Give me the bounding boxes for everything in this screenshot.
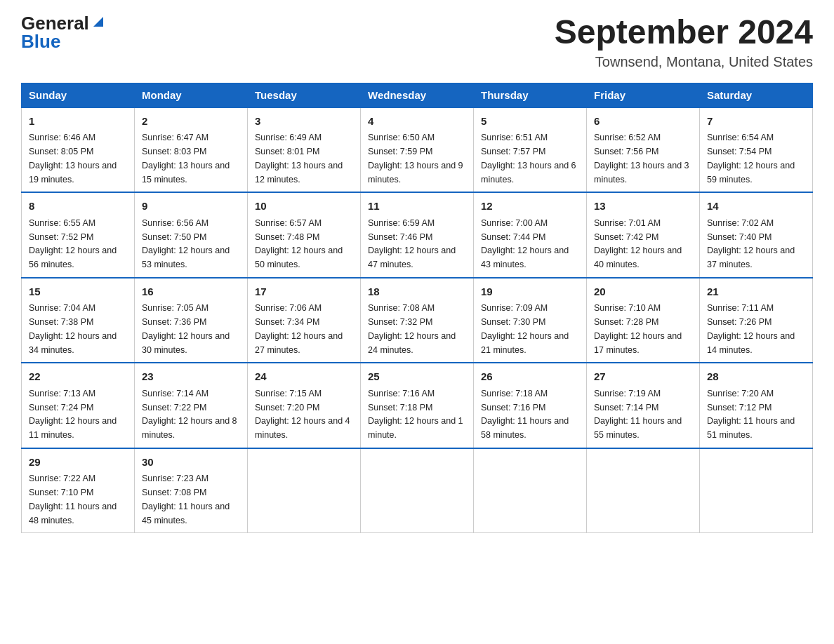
sunset-info: Sunset: 7:50 PM: [142, 232, 206, 242]
day-number: 19: [481, 284, 579, 300]
daylight-info: Daylight: 12 hours and 30 minutes.: [142, 331, 230, 355]
table-row: [361, 448, 474, 533]
sunrise-info: Sunrise: 7:04 AM: [29, 303, 95, 313]
sunrise-info: Sunrise: 7:00 AM: [481, 218, 548, 228]
logo-general-text: General: [21, 14, 89, 32]
table-row: 5 Sunrise: 6:51 AM Sunset: 7:57 PM Dayli…: [474, 107, 587, 193]
day-number: 5: [481, 114, 579, 130]
sunset-info: Sunset: 7:18 PM: [368, 403, 432, 412]
table-row: 10 Sunrise: 6:57 AM Sunset: 7:48 PM Dayl…: [248, 192, 361, 278]
logo-triangle-icon: [91, 14, 106, 29]
day-number: 1: [29, 114, 127, 130]
daylight-info: Daylight: 12 hours and 34 minutes.: [29, 331, 117, 355]
sunrise-info: Sunrise: 6:55 AM: [29, 218, 95, 228]
day-number: 17: [255, 284, 353, 300]
sunset-info: Sunset: 7:16 PM: [481, 403, 545, 412]
sunrise-info: Sunrise: 7:15 AM: [255, 389, 322, 398]
sunrise-info: Sunrise: 6:46 AM: [29, 133, 95, 142]
sunrise-info: Sunrise: 6:54 AM: [707, 133, 774, 142]
sunset-info: Sunset: 7:20 PM: [255, 403, 319, 412]
table-row: 11 Sunrise: 6:59 AM Sunset: 7:46 PM Dayl…: [361, 192, 474, 278]
day-number: 26: [481, 369, 579, 385]
table-row: 6 Sunrise: 6:52 AM Sunset: 7:56 PM Dayli…: [587, 107, 700, 193]
table-row: 15 Sunrise: 7:04 AM Sunset: 7:38 PM Dayl…: [22, 278, 135, 363]
table-row: 14 Sunrise: 7:02 AM Sunset: 7:40 PM Dayl…: [700, 192, 813, 278]
table-row: 23 Sunrise: 7:14 AM Sunset: 7:22 PM Dayl…: [135, 363, 248, 448]
day-number: 27: [594, 369, 692, 385]
daylight-info: Daylight: 12 hours and 37 minutes.: [707, 246, 795, 269]
daylight-info: Daylight: 12 hours and 8 minutes.: [142, 416, 237, 440]
sunrise-info: Sunrise: 6:51 AM: [481, 133, 548, 142]
sunrise-info: Sunrise: 7:01 AM: [594, 218, 661, 228]
day-number: 25: [368, 369, 466, 385]
sunset-info: Sunset: 7:48 PM: [255, 232, 319, 242]
daylight-info: Daylight: 12 hours and 27 minutes.: [255, 331, 343, 355]
daylight-info: Daylight: 12 hours and 53 minutes.: [142, 246, 230, 269]
sunset-info: Sunset: 7:28 PM: [594, 317, 658, 327]
sunset-info: Sunset: 7:42 PM: [594, 232, 658, 242]
daylight-info: Daylight: 11 hours and 51 minutes.: [707, 416, 795, 440]
day-number: 21: [707, 284, 805, 300]
day-number: 15: [29, 284, 127, 300]
daylight-info: Daylight: 11 hours and 48 minutes.: [29, 502, 117, 525]
daylight-info: Daylight: 12 hours and 17 minutes.: [594, 331, 682, 355]
daylight-info: Daylight: 12 hours and 43 minutes.: [481, 246, 569, 269]
sunset-info: Sunset: 7:26 PM: [707, 317, 772, 327]
day-number: 12: [481, 199, 579, 215]
daylight-info: Daylight: 12 hours and 56 minutes.: [29, 246, 117, 269]
sunrise-info: Sunrise: 7:08 AM: [368, 303, 435, 313]
sunrise-info: Sunrise: 7:14 AM: [142, 389, 208, 398]
table-row: 18 Sunrise: 7:08 AM Sunset: 7:32 PM Dayl…: [361, 278, 474, 363]
sunrise-info: Sunrise: 6:50 AM: [368, 133, 435, 142]
sunset-info: Sunset: 7:46 PM: [368, 232, 432, 242]
sunrise-info: Sunrise: 7:13 AM: [29, 389, 95, 398]
daylight-info: Daylight: 13 hours and 12 minutes.: [255, 161, 343, 185]
day-number: 6: [594, 114, 692, 130]
sunrise-info: Sunrise: 7:02 AM: [707, 218, 774, 228]
daylight-info: Daylight: 13 hours and 9 minutes.: [368, 161, 463, 185]
table-row: 20 Sunrise: 7:10 AM Sunset: 7:28 PM Dayl…: [587, 278, 700, 363]
table-row: 1 Sunrise: 6:46 AM Sunset: 8:05 PM Dayli…: [22, 107, 135, 193]
day-number: 10: [255, 199, 353, 215]
table-row: 13 Sunrise: 7:01 AM Sunset: 7:42 PM Dayl…: [587, 192, 700, 278]
daylight-info: Daylight: 11 hours and 45 minutes.: [142, 502, 230, 525]
table-row: 12 Sunrise: 7:00 AM Sunset: 7:44 PM Dayl…: [474, 192, 587, 278]
daylight-info: Daylight: 12 hours and 47 minutes.: [368, 246, 456, 269]
sunrise-info: Sunrise: 7:05 AM: [142, 303, 208, 313]
day-number: 23: [142, 369, 240, 385]
table-row: 29 Sunrise: 7:22 AM Sunset: 7:10 PM Dayl…: [22, 448, 135, 533]
table-row: 24 Sunrise: 7:15 AM Sunset: 7:20 PM Dayl…: [248, 363, 361, 448]
day-number: 14: [707, 199, 805, 215]
daylight-info: Daylight: 11 hours and 58 minutes.: [481, 416, 569, 440]
sunrise-info: Sunrise: 6:52 AM: [594, 133, 661, 142]
sunset-info: Sunset: 7:52 PM: [29, 232, 93, 242]
sunset-info: Sunset: 8:05 PM: [29, 147, 93, 156]
header-saturday: Saturday: [700, 83, 813, 107]
header-thursday: Thursday: [474, 83, 587, 107]
sunset-info: Sunset: 7:12 PM: [707, 403, 772, 412]
daylight-info: Daylight: 13 hours and 15 minutes.: [142, 161, 230, 185]
table-row: 28 Sunrise: 7:20 AM Sunset: 7:12 PM Dayl…: [700, 363, 813, 448]
day-number: 18: [368, 284, 466, 300]
sunrise-info: Sunrise: 6:47 AM: [142, 133, 208, 142]
sunset-info: Sunset: 7:30 PM: [481, 317, 545, 327]
table-row: 4 Sunrise: 6:50 AM Sunset: 7:59 PM Dayli…: [361, 107, 474, 193]
sunrise-info: Sunrise: 7:18 AM: [481, 389, 548, 398]
table-row: 3 Sunrise: 6:49 AM Sunset: 8:01 PM Dayli…: [248, 107, 361, 193]
table-row: [248, 448, 361, 533]
day-number: 7: [707, 114, 805, 130]
table-row: 30 Sunrise: 7:23 AM Sunset: 7:08 PM Dayl…: [135, 448, 248, 533]
daylight-info: Daylight: 12 hours and 50 minutes.: [255, 246, 343, 269]
day-number: 16: [142, 284, 240, 300]
day-number: 4: [368, 114, 466, 130]
table-row: 16 Sunrise: 7:05 AM Sunset: 7:36 PM Dayl…: [135, 278, 248, 363]
table-row: 26 Sunrise: 7:18 AM Sunset: 7:16 PM Dayl…: [474, 363, 587, 448]
sunset-info: Sunset: 7:14 PM: [594, 403, 658, 412]
sunrise-info: Sunrise: 7:09 AM: [481, 303, 548, 313]
daylight-info: Daylight: 13 hours and 3 minutes.: [594, 161, 689, 185]
sunset-info: Sunset: 7:44 PM: [481, 232, 545, 242]
sunrise-info: Sunrise: 6:56 AM: [142, 218, 208, 228]
sunrise-info: Sunrise: 7:11 AM: [707, 303, 774, 313]
table-row: [700, 448, 813, 533]
sunrise-info: Sunrise: 7:20 AM: [707, 389, 774, 398]
